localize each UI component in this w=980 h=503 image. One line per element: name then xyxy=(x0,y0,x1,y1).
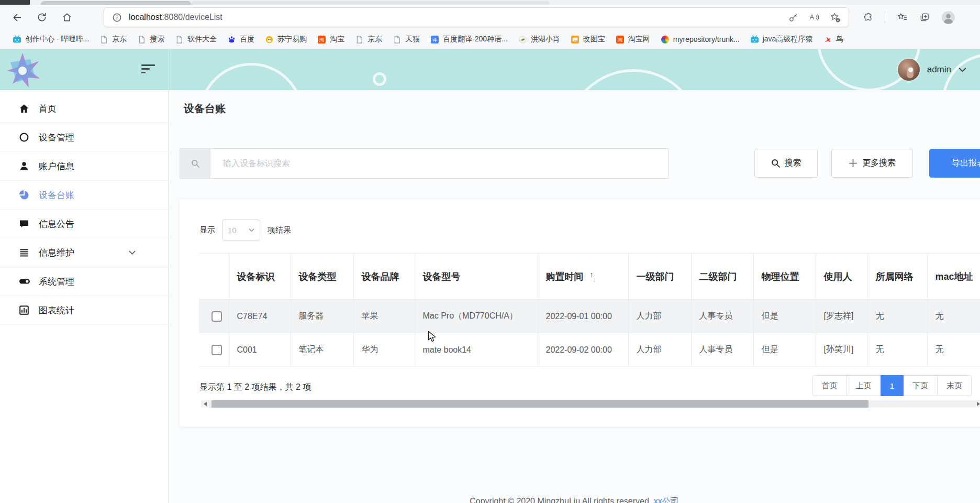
search-input[interactable] xyxy=(210,149,668,178)
chat-icon xyxy=(19,218,30,229)
scroll-left-arrow[interactable] xyxy=(201,400,209,408)
user-avatar[interactable] xyxy=(898,59,920,81)
export-report-button[interactable]: 导出报表 xyxy=(929,149,980,178)
sidebar-item-list[interactable]: 信息维护 xyxy=(0,238,168,267)
column-header[interactable]: 设备类型 xyxy=(291,254,353,300)
sort-icon[interactable]: ↑↓ xyxy=(590,272,596,282)
refresh-button[interactable] xyxy=(29,7,54,28)
sidebar-item-chart[interactable]: 图表统计 xyxy=(0,296,168,325)
bookmark-13[interactable]: myrepository/trunk... xyxy=(655,32,745,47)
sidebar-item-home[interactable]: 首页 xyxy=(0,94,168,123)
url-text[interactable]: localhost:8080/deviceList xyxy=(129,13,788,22)
password-key-icon[interactable] xyxy=(788,13,798,23)
column-header[interactable]: 二级部门 xyxy=(691,254,753,300)
row-checkbox[interactable] xyxy=(211,311,222,322)
row-checkbox[interactable] xyxy=(211,345,222,355)
column-header[interactable]: 设备型号 xyxy=(415,254,538,300)
chevron-down-icon xyxy=(129,250,136,255)
svg-text:A: A xyxy=(810,14,815,21)
main-content: 设备台账 搜索 更多搜索 导出报表 显示 10 项结果 xyxy=(169,90,980,503)
read-aloud-icon[interactable]: A xyxy=(809,12,819,23)
bookmark-6[interactable]: 淘 淘宝 xyxy=(312,32,350,47)
svg-text:淘: 淘 xyxy=(618,37,622,42)
column-header[interactable]: 设备标识 xyxy=(229,254,291,300)
list-icon xyxy=(19,247,30,258)
page-btn-next[interactable]: 下页 xyxy=(903,375,938,396)
home-button[interactable] xyxy=(54,7,80,28)
bookmark-2[interactable]: 搜索 xyxy=(132,32,170,47)
column-header[interactable]: 使用人 xyxy=(816,254,867,300)
bookmark-15[interactable]: 鸟 xyxy=(818,32,848,47)
bookmark-8[interactable]: 天猫 xyxy=(387,32,425,47)
table-row: C78E74服务器苹果Mac Pro（MD770CH/A）2022-09-01 … xyxy=(199,300,980,333)
column-header[interactable]: 设备品牌 xyxy=(353,254,415,300)
bookmark-4[interactable]: 百度 xyxy=(222,32,260,47)
tab-strip-edge xyxy=(0,0,30,5)
app-logo xyxy=(1,51,44,89)
bookmark-1[interactable]: 京东 xyxy=(94,32,132,47)
bookmark-0[interactable]: 创作中心 - 哔哩哔... xyxy=(7,32,94,47)
table-cell: 人事专员 xyxy=(691,333,753,367)
chart-icon xyxy=(19,305,30,315)
bookmark-3[interactable]: 软件大全 xyxy=(170,32,222,47)
lion-favicon-icon xyxy=(265,35,274,44)
site-info-icon[interactable] xyxy=(113,13,121,22)
page-favicon-icon xyxy=(393,35,402,44)
bilibili-favicon-icon xyxy=(13,35,21,44)
bookmark-7[interactable]: 京东 xyxy=(350,32,387,47)
sidebar-item-circle[interactable]: 设备管理 xyxy=(0,123,168,152)
user-chevron-down-icon[interactable] xyxy=(959,67,966,72)
bookmark-11[interactable]: 改图宝 xyxy=(565,32,610,47)
page-btn-last[interactable]: 末页 xyxy=(937,375,972,396)
bookmarks-bar: 创作中心 - 哔哩哔... 京东 搜索 软件大全 百度 苏宁易购 淘 淘宝 京东… xyxy=(0,30,980,49)
table-cell: 笔记本 xyxy=(291,333,353,367)
sidebar-item-chat[interactable]: 信息公告 xyxy=(0,210,168,238)
page-btn-first[interactable]: 首页 xyxy=(812,375,847,396)
column-header[interactable]: mac地址 xyxy=(927,254,980,300)
add-favorite-icon[interactable] xyxy=(830,12,840,23)
device-table: 设备标识设备类型设备品牌设备型号购置时间↑↓一级部门二级部门物理位置使用人所属网… xyxy=(199,253,980,367)
profile-avatar-icon[interactable] xyxy=(941,10,955,25)
search-input-group xyxy=(180,148,669,179)
column-header[interactable]: 物理位置 xyxy=(753,254,816,300)
back-button[interactable] xyxy=(4,7,29,28)
favorites-hub-icon[interactable] xyxy=(897,12,908,23)
table-cell: C78E74 xyxy=(229,300,291,333)
page-btn-prev[interactable]: 上页 xyxy=(847,375,881,396)
bookmark-14[interactable]: java高级程序猿 xyxy=(745,32,818,47)
page-favicon-icon xyxy=(175,35,184,44)
user-menu[interactable]: admin xyxy=(898,49,966,90)
bookmark-10[interactable]: 洪湖小肖 xyxy=(513,32,565,47)
address-bar[interactable]: localhost:8080/deviceList A xyxy=(104,7,849,27)
sidebar-item-toggle[interactable]: 系统管理 xyxy=(0,267,168,296)
search-button[interactable]: 搜索 xyxy=(754,149,818,178)
page-btn-page[interactable]: 1 xyxy=(881,375,904,396)
birdred-favicon-icon xyxy=(823,35,832,44)
more-search-button[interactable]: 更多搜索 xyxy=(831,149,913,178)
scrollbar-track[interactable] xyxy=(209,400,974,408)
company-link[interactable]: xx公司 xyxy=(654,497,679,503)
browser-tab[interactable] xyxy=(41,1,191,5)
column-header[interactable]: 一级部门 xyxy=(628,254,691,300)
column-header[interactable]: 购置时间↑↓ xyxy=(538,254,628,300)
tab-strip-area xyxy=(191,1,550,5)
table-cell: [孙笑川] xyxy=(816,333,867,367)
scroll-right-arrow[interactable] xyxy=(974,400,980,408)
column-header[interactable]: 所属网络 xyxy=(867,254,927,300)
sidebar-item-pie[interactable]: 设备台账 xyxy=(0,181,168,210)
page-favicon-icon xyxy=(355,35,364,44)
collections-icon[interactable] xyxy=(919,12,930,23)
sidebar-item-user[interactable]: 账户信息 xyxy=(0,152,168,181)
browser-essentials-icon[interactable] xyxy=(863,12,873,23)
table-cell: Mac Pro（MD770CH/A） xyxy=(415,300,538,333)
page-size-select[interactable]: 10 xyxy=(222,220,260,240)
table-cell: 无 xyxy=(927,333,980,367)
horizontal-scrollbar[interactable] xyxy=(201,400,980,408)
scrollbar-thumb[interactable] xyxy=(211,400,868,408)
device-table-card: 显示 10 项结果 设备标识设备类型设备品牌设备型号购置时间↑↓一级部门二级部门… xyxy=(180,199,980,427)
bookmark-9[interactable]: 译 百度翻译-200种语... xyxy=(425,32,513,47)
bookmark-5[interactable]: 苏宁易购 xyxy=(260,32,312,47)
collapse-menu-icon[interactable] xyxy=(141,64,155,75)
bookmark-12[interactable]: 淘 淘宝网 xyxy=(610,32,655,47)
results-summary: 显示第 1 至 2 项结果，共 2 项 xyxy=(199,382,311,393)
